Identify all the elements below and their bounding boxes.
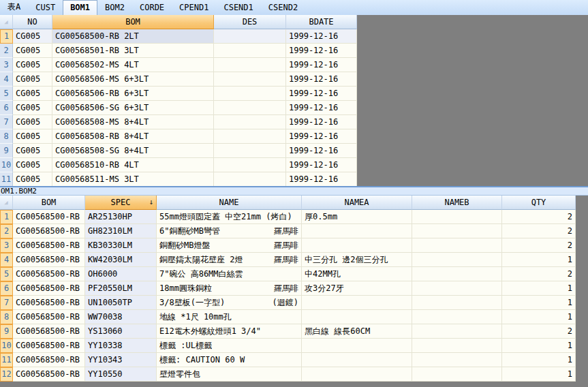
cell-spec[interactable]: WW70038 [85, 310, 157, 324]
cell-qty[interactable]: 2 [502, 238, 576, 253]
cell-bom[interactable]: CG00568500-RB [13, 339, 85, 353]
tab-CPEND1[interactable]: CPEND1 [172, 1, 216, 15]
cell-nameb[interactable] [412, 339, 502, 353]
cell-qty[interactable]: 1 [502, 253, 576, 267]
cell-bdate[interactable]: 1999-12-16 [286, 29, 357, 44]
cell-qty[interactable]: 2 [502, 324, 576, 339]
row-number[interactable]: 10 [0, 339, 13, 353]
row-number[interactable]: 9 [0, 324, 13, 339]
cell-qty[interactable]: 1 [502, 367, 576, 382]
cell-nameb[interactable] [412, 224, 502, 238]
cell-bom[interactable]: CG00568500-RB [13, 238, 85, 253]
cell-bdate[interactable]: 1999-12-16 [286, 44, 357, 58]
row-number[interactable]: 1 [0, 29, 13, 44]
row-number[interactable]: 11 [0, 172, 13, 186]
row-number[interactable]: 4 [0, 72, 13, 87]
cell-bom[interactable]: CG00568508-SG 8+4LT [52, 144, 214, 158]
cell-nameb[interactable] [412, 253, 502, 267]
cell-name[interactable]: 18mm圓珠銅粒羅馬啡 [157, 281, 302, 296]
cell-nameb[interactable] [412, 281, 502, 296]
cell-namea[interactable]: 黑白線 線長60CM [302, 324, 412, 339]
cell-spec[interactable]: KB30330LM [85, 238, 157, 253]
column-header-bom[interactable]: BOM [13, 196, 85, 210]
column-header-spec[interactable]: SPEC↓ [85, 196, 157, 210]
cell-namea[interactable]: 攻3分27牙 [302, 281, 412, 296]
tab-CUST[interactable]: CUST [28, 1, 63, 15]
cell-bdate[interactable]: 1999-12-16 [286, 72, 357, 87]
cell-name[interactable]: 地線 *1尺 10mm孔 [157, 310, 302, 324]
cell-namea[interactable] [302, 224, 412, 238]
column-header-bdate[interactable]: BDATE [286, 15, 357, 29]
cell-nameb[interactable] [412, 296, 502, 310]
cell-qty[interactable]: 1 [502, 310, 576, 324]
cell-bom[interactable]: CG00568500-RB [13, 367, 85, 382]
cell-bdate[interactable]: 1999-12-16 [286, 172, 357, 186]
splitter-bar[interactable]: OM1.BOM2 [0, 186, 588, 196]
cell-bdate[interactable]: 1999-12-16 [286, 115, 357, 129]
cell-des[interactable] [214, 58, 286, 72]
cell-bom[interactable]: CG00568506-SG 6+3LT [52, 101, 214, 115]
cell-spec[interactable]: YY10338 [85, 339, 157, 353]
cell-des[interactable] [214, 29, 286, 44]
cell-bdate[interactable]: 1999-12-16 [286, 129, 357, 144]
cell-qty[interactable]: 2 [502, 267, 576, 281]
cell-no[interactable]: CG005 [13, 158, 52, 172]
cell-bom[interactable]: CG00568500-RB [13, 267, 85, 281]
cell-no[interactable]: CG005 [13, 101, 52, 115]
cell-des[interactable] [214, 158, 286, 172]
tab-BOM1[interactable]: BOM1 [63, 0, 97, 16]
cell-bom[interactable]: CG00568500-RB [13, 210, 85, 224]
cell-des[interactable] [214, 87, 286, 101]
cell-bdate[interactable]: 1999-12-16 [286, 58, 357, 72]
cell-nameb[interactable] [412, 238, 502, 253]
column-header-no[interactable]: NO [13, 15, 52, 29]
cell-name[interactable]: 7"碗公 高86MM白絲雲 [157, 267, 302, 281]
cell-des[interactable] [214, 44, 286, 58]
cell-no[interactable]: CG005 [13, 144, 52, 158]
tab-CORDE[interactable]: CORDE [132, 1, 172, 15]
cell-no[interactable]: CG005 [13, 129, 52, 144]
cell-bdate[interactable]: 1999-12-16 [286, 87, 357, 101]
cell-bom[interactable]: CG00568500-RB [13, 253, 85, 267]
row-number[interactable]: 2 [0, 224, 13, 238]
column-header-qty[interactable]: QTY [502, 196, 576, 210]
cell-bom[interactable]: CG00568500-RB [13, 224, 85, 238]
cell-no[interactable]: CG005 [13, 29, 52, 44]
cell-bom[interactable]: CG00568506-MS 6+3LT [52, 72, 214, 87]
cell-bom[interactable]: CG00568511-MS 3LT [52, 172, 214, 186]
cell-name[interactable]: E12電木外螺紋燈頭1 3/4" [157, 324, 302, 339]
row-number[interactable]: 8 [0, 310, 13, 324]
cell-namea[interactable] [302, 296, 412, 310]
cell-name[interactable]: 銅壓鑄太陽花壁座 2燈羅馬啡 [157, 253, 302, 267]
cell-des[interactable] [214, 101, 286, 115]
cell-namea[interactable] [302, 339, 412, 353]
row-number[interactable]: 7 [0, 115, 13, 129]
cell-nameb[interactable] [412, 310, 502, 324]
cell-spec[interactable]: YS13060 [85, 324, 157, 339]
cell-qty[interactable]: 1 [502, 281, 576, 296]
cell-bom[interactable]: CG00568500-RB [13, 296, 85, 310]
cell-bom[interactable]: CG00568500-RB [13, 353, 85, 367]
cell-bom[interactable]: CG00568502-MS 4LT [52, 58, 214, 72]
select-all-corner[interactable]: ◢ [0, 15, 13, 29]
cell-nameb[interactable] [412, 324, 502, 339]
tab-CSEND2[interactable]: CSEND2 [261, 1, 305, 15]
row-number[interactable]: 5 [0, 267, 13, 281]
row-number[interactable]: 3 [0, 58, 13, 72]
row-number[interactable]: 11 [0, 353, 13, 367]
cell-name[interactable]: 55mm燈頭固定蓋 中空21mm (烤白) [157, 210, 302, 224]
row-number[interactable]: 1 [0, 210, 13, 224]
cell-spec[interactable]: PF20550LM [85, 281, 157, 296]
row-number[interactable]: 12 [0, 367, 13, 382]
cell-nameb[interactable] [412, 367, 502, 382]
cell-bdate[interactable]: 1999-12-16 [286, 101, 357, 115]
cell-qty[interactable]: 1 [502, 353, 576, 367]
cell-namea[interactable] [302, 310, 412, 324]
cell-bom[interactable]: CG00568508-RB 8+4LT [52, 129, 214, 144]
column-header-namea[interactable]: NAMEA [302, 196, 412, 210]
cell-nameb[interactable] [412, 210, 502, 224]
cell-des[interactable] [214, 115, 286, 129]
cell-bom[interactable]: CG00568500-RB [13, 324, 85, 339]
tab-CSEND1[interactable]: CSEND1 [216, 1, 260, 15]
tab-BOM2[interactable]: BOM2 [97, 1, 132, 15]
